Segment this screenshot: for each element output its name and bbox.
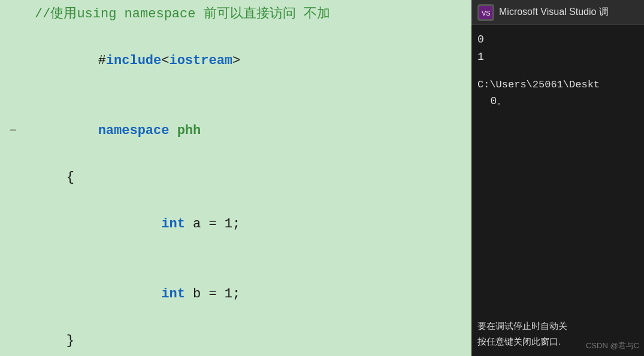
code-text-3: namespace phh	[35, 96, 201, 166]
code-text-4: {	[35, 166, 74, 189]
fold-btn-1	[24, 9, 35, 20]
code-text-6: int b = 1;	[35, 259, 240, 329]
fold-spacer-2	[24, 56, 35, 66]
code-text-8: using namespace phh;	[35, 352, 256, 356]
line-gutter-3: −	[5, 119, 22, 142]
csdn-watermark: CSDN @君与C	[586, 340, 639, 351]
terminal-blank	[477, 66, 638, 77]
code-text-1: //使用using namespace 前可以直接访问 不加	[35, 2, 330, 26]
fold-spacer-7	[24, 336, 35, 346]
app-container: //使用using namespace 前可以直接访问 不加 #include<…	[0, 0, 644, 356]
terminal-output-0: 0	[477, 31, 638, 48]
fold-btn-3	[24, 126, 35, 136]
fold-spacer-4	[24, 172, 35, 183]
vs-icon: VS	[477, 4, 494, 21]
svg-text:VS: VS	[482, 10, 491, 17]
terminal-exit: 0。	[477, 93, 638, 110]
terminal-title: Microsoft Visual Studio 调	[499, 6, 609, 19]
terminal-titlebar: VS Microsoft Visual Studio 调	[471, 0, 644, 25]
fold-spacer-5	[24, 219, 35, 230]
fold-minus-icon[interactable]: −	[10, 119, 17, 142]
terminal-panel: VS Microsoft Visual Studio 调 0 1 C:\User…	[471, 0, 644, 356]
terminal-body: 0 1 C:\Users\25061\Deskt 0。	[471, 25, 644, 314]
code-text-7: }	[35, 329, 74, 352]
terminal-output-1: 1	[477, 48, 638, 66]
terminal-path: C:\Users\25061\Deskt	[477, 77, 638, 93]
code-text-5: int a = 1;	[35, 189, 240, 259]
fold-spacer-6	[24, 289, 35, 300]
terminal-stop-msg: 要在调试停止时自动关	[477, 318, 638, 334]
code-text-2: #include<iostream>	[35, 26, 240, 96]
